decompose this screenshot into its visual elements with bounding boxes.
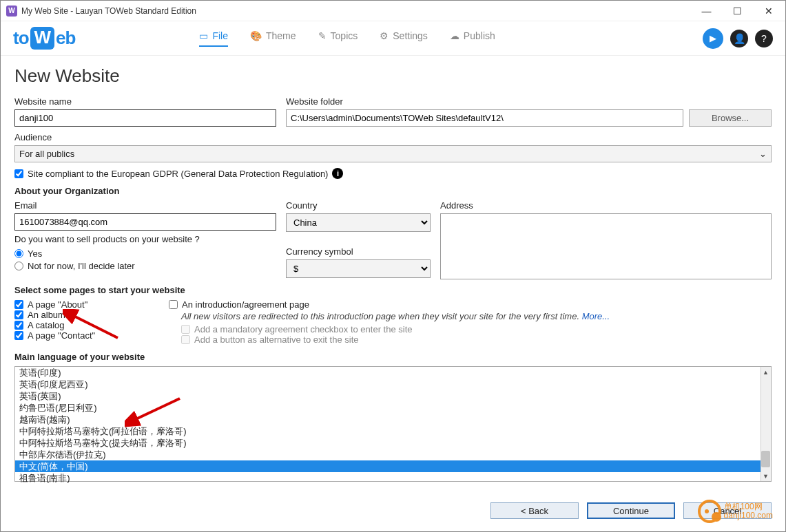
page-title: New Website [14,65,772,87]
gear-icon: ⚙ [380,30,389,41]
continue-button[interactable]: Continue [587,502,675,519]
minimize-button[interactable]: — [691,1,722,21]
language-option[interactable]: 越南语(越南) [15,414,771,425]
website-name-label: Website name [14,96,276,107]
tab-file[interactable]: ▭File [199,30,228,47]
language-option[interactable]: 约鲁巴语(尼日利亚) [15,402,771,414]
close-button[interactable]: ✕ [753,1,784,21]
page-contact-checkbox[interactable] [14,331,23,340]
intro-hint: All new visitors are redirected to this … [181,311,582,321]
palette-icon: 🎨 [250,30,262,41]
email-input[interactable] [14,213,276,231]
currency-select[interactable]: $ [286,259,431,278]
mandatory-checkbox [181,325,190,334]
language-option[interactable]: 中部库尔德语(伊拉克) [15,449,771,460]
scroll-up-icon[interactable]: ▲ [761,367,771,377]
cloud-icon: ☁ [450,30,459,41]
language-option[interactable]: 祖鲁语(南非) [15,472,771,484]
page-about-checkbox[interactable] [14,300,23,309]
org-heading: About your Organization [14,186,772,196]
account-icon[interactable]: 👤 [730,30,748,47]
pencil-icon: ✎ [318,30,327,41]
page-intro-checkbox[interactable] [169,300,178,309]
toolbar: toWeb ▭File 🎨Theme ✎Topics ⚙Settings ☁Pu… [1,21,785,56]
back-button[interactable]: < Back [490,502,579,519]
preview-button[interactable]: ▶ [703,28,723,49]
folder-icon: ▭ [199,30,208,41]
tab-theme[interactable]: 🎨Theme [250,30,296,47]
sell-yes-radio[interactable] [14,249,23,258]
address-textarea[interactable] [440,213,772,279]
language-option[interactable]: 英语(印度尼西亚) [15,379,771,390]
window-title: My Web Site - Lauyan TOWeb Standard Edit… [21,6,196,16]
info-icon[interactable]: i [332,168,343,179]
tab-settings[interactable]: ⚙Settings [380,30,428,47]
audience-label: Audience [14,132,772,142]
website-name-input[interactable] [14,109,276,127]
language-listbox[interactable]: 英语(印度)英语(印度尼西亚)英语(英国)约鲁巴语(尼日利亚)越南语(越南)中阿… [14,366,772,482]
website-folder-input[interactable] [286,109,683,127]
watermark-logo-icon [698,500,721,523]
scroll-down-icon[interactable]: ▼ [761,471,771,481]
gdpr-label: Site compliant to the European GDPR (Gen… [28,169,328,179]
country-label: Country [286,200,431,211]
page-album-checkbox[interactable] [14,310,23,319]
language-option[interactable]: 中阿特拉斯塔马塞特文(提夫纳语，摩洛哥) [15,437,771,449]
app-logo: toWeb [13,27,75,50]
gdpr-checkbox[interactable] [14,169,23,178]
help-icon[interactable]: ? [755,30,773,47]
page-catalog-checkbox[interactable] [14,321,23,330]
pages-heading: Select some pages to start your website [14,285,772,295]
sell-question: Do you want to sell products on your web… [14,234,276,244]
address-label: Address [440,200,772,211]
audience-select[interactable]: For all publics ⌄ [14,145,772,162]
maximize-button[interactable]: ☐ [722,1,753,21]
website-folder-label: Website folder [286,96,772,107]
app-icon: W [6,6,17,17]
scroll-thumb[interactable] [761,451,770,467]
more-link[interactable]: More... [582,311,610,321]
language-option[interactable]: 中文(简体，中国) [15,460,771,472]
titlebar: W My Web Site - Lauyan TOWeb Standard Ed… [1,1,785,21]
lang-heading: Main language of your website [14,352,772,362]
sell-later-radio[interactable] [14,262,23,270]
chevron-down-icon: ⌄ [759,149,767,159]
language-option[interactable]: 英语(英国) [15,390,771,402]
tab-publish[interactable]: ☁Publish [450,30,495,47]
email-label: Email [14,200,276,211]
exit-button-checkbox [181,335,190,344]
browse-button[interactable]: Browse... [689,109,772,127]
language-option[interactable]: 中阿特拉斯塔马塞特文(阿拉伯语，摩洛哥) [15,425,771,437]
watermark: 单机100网 danji100.com [698,500,773,523]
country-select[interactable]: China [286,213,431,232]
language-option[interactable]: 英语(印度) [15,367,771,379]
currency-label: Currency symbol [286,246,431,257]
tab-topics[interactable]: ✎Topics [318,30,358,47]
